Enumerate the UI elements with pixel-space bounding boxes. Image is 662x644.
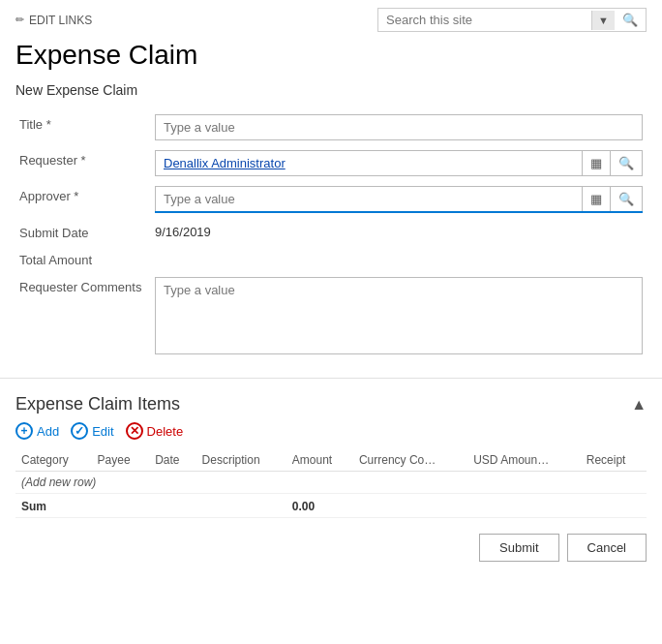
submit-date-row: Submit Date 9/16/2019 (15, 218, 647, 245)
requester-comments-label: Requester Comments (15, 272, 151, 362)
form-table: Title * Requester * ▦ 🔍 Approver * (15, 109, 647, 362)
items-section-title: Expense Claim Items (15, 394, 180, 414)
items-section: Expense Claim Items ▲ + Add ✓ Edit ✕ Del… (0, 394, 662, 518)
requester-input-group: ▦ 🔍 (155, 150, 643, 176)
col-receipt: Receipt (581, 449, 647, 472)
footer-buttons: Submit Cancel (0, 518, 662, 577)
grid-header-row: Category Payee Date Description Amount C… (15, 449, 647, 472)
collapse-button[interactable]: ▲ (631, 396, 647, 414)
edit-button[interactable]: ✓ Edit (71, 422, 113, 440)
search-dropdown-button[interactable]: ▼ (591, 11, 615, 30)
pencil-icon: ✏ (15, 14, 24, 26)
title-row: Title * (15, 109, 647, 145)
requester-comments-row: Requester Comments (15, 272, 647, 362)
section-divider (0, 378, 662, 379)
total-amount-row: Total Amount (15, 245, 647, 272)
requester-input[interactable] (156, 151, 582, 175)
edit-icon: ✓ (71, 422, 88, 440)
action-buttons: + Add ✓ Edit ✕ Delete (15, 422, 647, 440)
col-payee: Payee (92, 449, 150, 472)
items-grid: Category Payee Date Description Amount C… (15, 449, 647, 518)
submit-date-label: Submit Date (15, 218, 151, 245)
approver-label: Approver * (15, 181, 151, 218)
form-section-title: New Expense Claim (15, 82, 647, 98)
search-bar: ▼ 🔍 (377, 8, 647, 32)
approver-input[interactable] (156, 187, 582, 211)
col-description: Description (196, 449, 286, 472)
edit-label: Edit (92, 424, 113, 439)
approver-input-wrapper: ▦ 🔍 (155, 186, 643, 213)
sum-amount: 0.00 (286, 494, 353, 518)
col-currency-code: Currency Co… (353, 449, 467, 472)
edit-links[interactable]: ✏ EDIT LINKS (15, 14, 92, 27)
edit-links-label: EDIT LINKS (29, 14, 92, 27)
requester-row: Requester * ▦ 🔍 (15, 145, 647, 181)
page-title: Expense Claim (0, 36, 662, 82)
requester-browse-icon[interactable]: ▦ (582, 151, 610, 175)
cancel-button[interactable]: Cancel (567, 534, 647, 562)
add-button[interactable]: + Add (15, 422, 59, 440)
add-label: Add (37, 424, 59, 439)
add-new-row[interactable]: (Add new row) (15, 472, 647, 494)
items-header: Expense Claim Items ▲ (15, 394, 647, 414)
search-input[interactable] (378, 9, 591, 31)
col-category: Category (15, 449, 92, 472)
search-button[interactable]: 🔍 (615, 9, 646, 31)
approver-browse-icon[interactable]: ▦ (582, 187, 610, 211)
title-input[interactable] (155, 114, 643, 140)
requester-search-icon[interactable]: 🔍 (610, 151, 642, 175)
total-amount-value (151, 245, 647, 272)
total-amount-label: Total Amount (15, 245, 151, 272)
requester-comments-input[interactable] (155, 277, 643, 354)
col-amount: Amount (286, 449, 353, 472)
sum-row: Sum 0.00 (15, 494, 647, 518)
add-new-row-label: (Add new row) (15, 472, 647, 494)
requester-label: Requester * (15, 145, 151, 181)
col-date: Date (149, 449, 196, 472)
sum-label: Sum (15, 494, 92, 518)
delete-label: Delete (147, 424, 184, 439)
title-label: Title * (15, 109, 151, 145)
top-bar: ✏ EDIT LINKS ▼ 🔍 (0, 0, 662, 36)
delete-icon: ✕ (126, 422, 143, 440)
approver-row: Approver * ▦ 🔍 (15, 181, 647, 218)
form-section: New Expense Claim Title * Requester * ▦ … (0, 82, 662, 362)
approver-input-group: ▦ 🔍 (155, 186, 643, 211)
submit-button[interactable]: Submit (479, 534, 558, 562)
delete-button[interactable]: ✕ Delete (126, 422, 184, 440)
approver-search-icon[interactable]: 🔍 (610, 187, 642, 211)
submit-date-value: 9/16/2019 (151, 218, 647, 245)
col-usd-amount: USD Amoun… (467, 449, 581, 472)
add-icon: + (15, 422, 33, 440)
